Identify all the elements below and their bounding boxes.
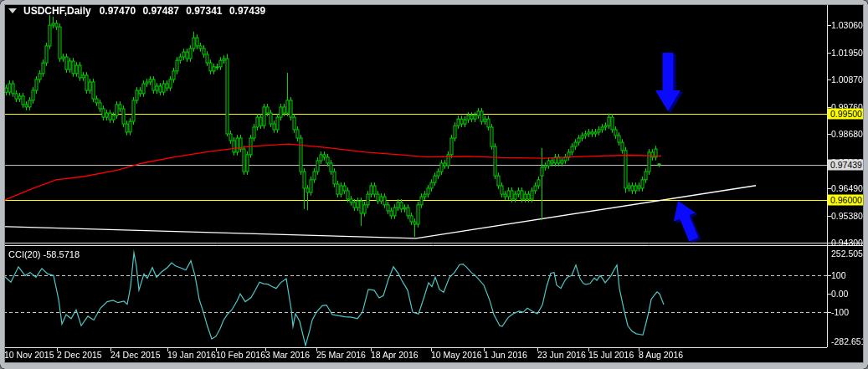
time-axis-label: 1 Jun 2016 — [484, 350, 527, 360]
ohlc-high: 0.97487 — [142, 5, 178, 17]
price-axis-label: 0.98680 — [831, 129, 863, 139]
time-axis-label: 23 Jun 2016 — [537, 350, 586, 360]
time-axis-label: 24 Dec 2015 — [110, 350, 161, 360]
time-axis-label: 19 Jan 2016 — [167, 350, 216, 360]
price-axis-label: 1.03060 — [831, 20, 863, 30]
price-highlight-badge: 0.97439 — [828, 159, 867, 170]
price-axis-label: 1.01950 — [831, 48, 863, 58]
price-highlight-badge: 0.99500 — [828, 108, 867, 119]
time-axis-label: 18 Apr 2016 — [371, 350, 419, 360]
chart-window: USDCHF,Daily 0.97470 0.97487 0.97341 0.9… — [0, 0, 868, 369]
cci-axis-label: 0.00 — [831, 289, 848, 299]
price-axis-label: 0.94300 — [831, 238, 863, 248]
indicator-name: CCI(20) — [8, 249, 41, 259]
chart-title: USDCHF,Daily 0.97470 0.97487 0.97341 0.9… — [8, 5, 270, 17]
price-highlight-badge: 0.96000 — [828, 195, 867, 206]
chart-canvas[interactable] — [0, 0, 868, 369]
cci-axis-label: 252.5056 — [831, 249, 868, 259]
ohlc-readout: 0.97470 0.97487 0.97341 0.97439 — [100, 5, 270, 17]
collapse-triangle-icon[interactable] — [8, 8, 17, 13]
cci-axis-label: -282.6519 — [831, 336, 868, 346]
time-axis-label: 25 Mar 2016 — [316, 350, 366, 360]
time-axis-label: 2 Dec 2015 — [57, 350, 102, 360]
cci-axis-label: -100 — [831, 307, 849, 317]
price-axis-label: 1.00870 — [831, 74, 863, 85]
time-axis-label: 10 Feb 2016 — [216, 350, 265, 360]
cci-axis-label: 100 — [831, 270, 846, 280]
time-axis-label: 10 Nov 2015 — [4, 350, 54, 360]
ohlc-low: 0.97341 — [186, 5, 222, 17]
time-axis-label: 10 May 2016 — [431, 350, 482, 360]
time-axis-label: 8 Aug 2016 — [639, 350, 683, 360]
price-axis-label: 0.96490 — [831, 183, 863, 193]
ohlc-open: 0.97470 — [100, 5, 136, 17]
ohlc-close: 0.97439 — [229, 5, 265, 17]
time-axis-label: 3 Mar 2016 — [265, 350, 310, 360]
price-axis-label: 0.95380 — [831, 211, 863, 221]
indicator-label: CCI(20) -58.5718 — [8, 249, 80, 259]
symbol-period-label: USDCHF,Daily — [23, 5, 91, 17]
time-axis-label: 15 Jul 2016 — [588, 350, 634, 360]
indicator-value: -58.5718 — [44, 249, 80, 259]
